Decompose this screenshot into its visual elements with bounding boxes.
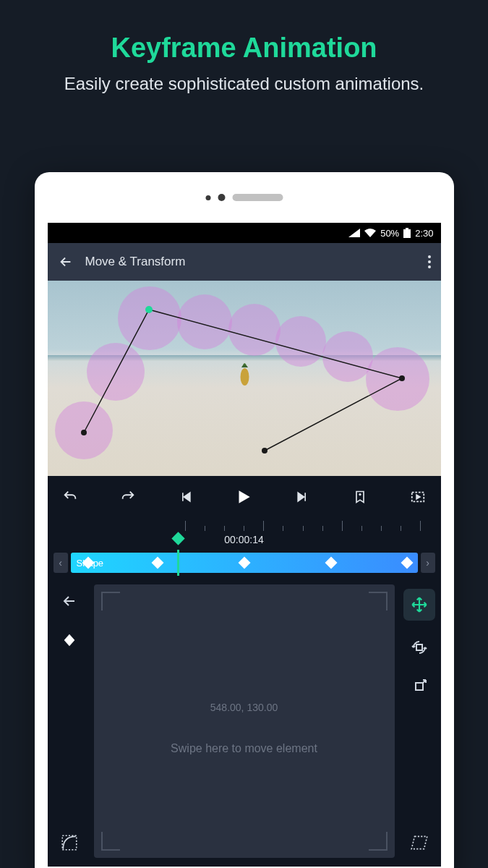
cellular-icon	[348, 229, 360, 237]
device-camera	[205, 194, 283, 201]
move-arrows-icon[interactable]	[403, 589, 435, 621]
right-tool-column	[398, 576, 441, 867]
undo-icon[interactable]	[59, 489, 81, 505]
keyframe-point-active[interactable]	[145, 306, 153, 313]
bookmark-add-icon[interactable]	[349, 490, 371, 504]
keyframe-marker[interactable]	[238, 557, 250, 569]
svg-rect-1	[403, 229, 411, 238]
timeline-track[interactable]: ‹ Shape ›	[48, 550, 441, 576]
keyframe-diamond-icon[interactable]	[57, 628, 82, 652]
wifi-icon	[364, 229, 376, 237]
svg-rect-0	[406, 228, 408, 229]
promo-subtitle: Easily create sophisticated custom anima…	[33, 72, 455, 95]
rotate-icon[interactable]	[407, 635, 432, 660]
keyframe-point[interactable]	[262, 448, 267, 454]
move-touchpad[interactable]: 548.00, 130.00 Swipe here to move elemen…	[94, 584, 395, 858]
app-bar: Move & Transform	[48, 243, 441, 281]
fullscreen-play-icon[interactable]	[407, 489, 429, 505]
scale-out-icon[interactable]	[407, 674, 432, 699]
promo-header: Keyframe Animation Easily create sophist…	[0, 0, 488, 117]
preview-canvas[interactable]	[48, 281, 441, 476]
keyframe-point[interactable]	[399, 375, 405, 381]
track-scroll-right-icon[interactable]: ›	[421, 553, 435, 573]
timeline-ruler[interactable]	[48, 518, 441, 534]
transform-panel: 548.00, 130.00 Swipe here to move elemen…	[48, 576, 441, 867]
play-icon[interactable]	[233, 488, 254, 506]
screen-title: Move & Transform	[85, 255, 416, 269]
back-arrow-icon[interactable]	[57, 589, 82, 613]
keyframe-marker[interactable]	[401, 557, 414, 569]
keyframe-marker[interactable]	[151, 557, 163, 569]
transport-bar	[48, 476, 441, 518]
svg-rect-5	[416, 644, 422, 650]
keyframe-marker[interactable]	[325, 557, 337, 569]
more-vertical-icon[interactable]	[428, 255, 431, 268]
swipe-hint: Swipe here to move element	[171, 742, 317, 755]
status-time: 2:30	[415, 228, 433, 239]
left-tool-column	[48, 576, 91, 867]
track-scroll-left-icon[interactable]: ‹	[53, 553, 68, 573]
motion-path	[48, 281, 441, 476]
device-frame: 50% 2:30 Move & Transform	[35, 172, 454, 868]
skew-icon[interactable]	[407, 830, 432, 855]
svg-rect-6	[416, 683, 423, 690]
redo-icon[interactable]	[117, 489, 139, 505]
skip-end-icon[interactable]	[291, 490, 313, 504]
keyframe-point[interactable]	[81, 430, 87, 435]
app-screen: 50% 2:30 Move & Transform	[48, 223, 441, 867]
battery-percent: 50%	[380, 228, 399, 239]
skip-start-icon[interactable]	[175, 490, 197, 504]
timecode-display: 00:00:14	[48, 534, 441, 550]
battery-icon	[403, 228, 411, 238]
promo-title: Keyframe Animation	[33, 33, 455, 64]
easing-curve-icon[interactable]	[57, 830, 82, 855]
status-bar: 50% 2:30	[48, 223, 441, 243]
clip-shape[interactable]: Shape	[71, 553, 418, 573]
position-coords: 548.00, 130.00	[210, 702, 278, 713]
playhead[interactable]	[177, 550, 179, 576]
back-arrow-icon[interactable]	[58, 254, 74, 270]
